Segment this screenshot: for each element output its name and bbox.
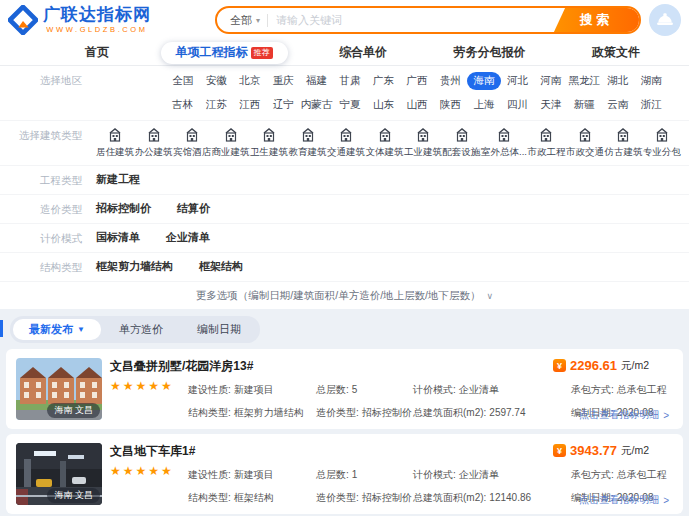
building-type-item[interactable]: 教育建筑 bbox=[289, 127, 327, 159]
building-type-item[interactable]: 居住建筑 bbox=[96, 127, 134, 159]
region-option[interactable]: 广东 bbox=[367, 72, 400, 90]
more-options-toggle[interactable]: 更多选项（编制日期/建筑面积/单方造价/地上层数/地下层数） ∨ bbox=[0, 282, 689, 309]
view-detail-link[interactable]: 点击查看指标明细> bbox=[579, 408, 669, 422]
field-label: 建设性质: bbox=[188, 384, 231, 395]
field-label: 造价类型: bbox=[316, 407, 359, 418]
filter-row-1: 造价类型招标控制价结算价 bbox=[0, 195, 689, 224]
region-option[interactable]: 宁夏 bbox=[333, 96, 366, 114]
search-category-value: 全部 bbox=[230, 13, 252, 28]
filter-label-region: 选择地区 bbox=[12, 72, 82, 88]
building-type-item[interactable]: 专业分包 bbox=[643, 127, 681, 159]
site-url: www.gldzb.com bbox=[43, 25, 151, 34]
building-type-item[interactable]: 商业建筑 bbox=[212, 127, 250, 159]
view-detail-link[interactable]: 点击查看指标明细> bbox=[579, 493, 669, 507]
region-option[interactable]: 北京 bbox=[233, 72, 266, 90]
sort-tab-label: 单方造价 bbox=[119, 322, 163, 337]
region-option[interactable]: 山东 bbox=[367, 96, 400, 114]
region-option[interactable]: 全国 bbox=[166, 72, 199, 90]
filter-row-0: 工程类型新建工程 bbox=[0, 166, 689, 195]
building-type-item[interactable]: 工业建筑 bbox=[404, 127, 442, 159]
user-avatar[interactable] bbox=[649, 4, 681, 36]
nav-tab-1[interactable]: 单项工程指标推荐 bbox=[161, 42, 288, 64]
region-option[interactable]: 云南 bbox=[601, 96, 634, 114]
building-type-item[interactable]: 交通建筑 bbox=[327, 127, 365, 159]
site-logo[interactable]: 广联达指标网 www.gldzb.com bbox=[8, 5, 151, 35]
region-option[interactable]: 陕西 bbox=[434, 96, 467, 114]
sort-accent-bar bbox=[0, 320, 3, 337]
region-option[interactable]: 重庆 bbox=[266, 72, 299, 90]
field-label: 承包方式: bbox=[571, 384, 614, 395]
building-type-label: 室外总体... bbox=[481, 146, 527, 159]
region-option[interactable]: 江西 bbox=[233, 96, 266, 114]
region-option[interactable]: 广西 bbox=[400, 72, 433, 90]
region-option[interactable]: 四川 bbox=[501, 96, 534, 114]
card-body: 文昌叠拼别墅/花园洋房13#★★★★★建设性质:新建项目总层数:5计价模式:企业… bbox=[110, 358, 673, 420]
region-option[interactable]: 福建 bbox=[300, 72, 333, 90]
field-value: 2597.74 bbox=[489, 407, 525, 418]
search-input[interactable] bbox=[268, 14, 553, 26]
building-type-item[interactable]: 卫生建筑 bbox=[250, 127, 288, 159]
region-option[interactable]: 浙江 bbox=[635, 96, 668, 114]
field-item: 承包方式:总承包工程 bbox=[571, 383, 673, 397]
filter-options: 国标清单企业清单 bbox=[96, 230, 210, 245]
nav-tab-0[interactable]: 首页 bbox=[70, 42, 124, 64]
field-item: 总建筑面积(m2):2597.74 bbox=[413, 406, 571, 420]
project-thumbnail[interactable]: 海南 文昌 bbox=[16, 358, 102, 420]
region-option[interactable]: 江苏 bbox=[199, 96, 232, 114]
building-icon bbox=[184, 127, 200, 143]
filter-option[interactable]: 结算价 bbox=[177, 201, 210, 216]
region-option[interactable]: 湖南 bbox=[635, 72, 668, 90]
price-tag-icon: ¥ bbox=[553, 444, 566, 457]
region-option[interactable]: 安徽 bbox=[199, 72, 232, 90]
building-type-item[interactable]: 文体建筑 bbox=[366, 127, 404, 159]
sort-tab-1[interactable]: 单方造价 bbox=[103, 319, 179, 340]
building-icon bbox=[146, 127, 162, 143]
region-option[interactable]: 天津 bbox=[534, 96, 567, 114]
filter-option[interactable]: 招标控制价 bbox=[96, 201, 151, 216]
filter-option[interactable]: 框架剪力墙结构 bbox=[96, 259, 173, 274]
building-type-item[interactable]: 市政工程 bbox=[527, 127, 565, 159]
search-button[interactable]: 搜索 bbox=[553, 6, 639, 34]
region-option[interactable]: 新疆 bbox=[568, 96, 601, 114]
building-type-item[interactable]: 办公建筑 bbox=[135, 127, 173, 159]
region-option[interactable]: 辽宁 bbox=[266, 96, 299, 114]
filter-option[interactable]: 企业清单 bbox=[166, 230, 210, 245]
view-detail-label: 点击查看指标明细 bbox=[579, 408, 659, 422]
region-option[interactable]: 内蒙古 bbox=[300, 96, 333, 114]
field-item: 承包方式:总承包工程 bbox=[571, 468, 673, 482]
sort-tab-0[interactable]: 最新发布▼ bbox=[13, 319, 101, 340]
nav-tab-3[interactable]: 劳务分包报价 bbox=[439, 42, 541, 64]
building-type-item[interactable]: 宾馆酒店 bbox=[173, 127, 211, 159]
region-option[interactable]: 吉林 bbox=[166, 96, 199, 114]
field-value: 招标控制价 bbox=[362, 492, 412, 503]
field-label: 结构类型: bbox=[188, 407, 231, 418]
more-options-label: 更多选项（编制日期/建筑面积/单方造价/地上层数/地下层数） bbox=[196, 289, 481, 303]
building-type-item[interactable]: 仿古建筑 bbox=[604, 127, 642, 159]
building-icon bbox=[454, 127, 470, 143]
filter-option[interactable]: 新建工程 bbox=[96, 172, 140, 187]
region-option-selected[interactable]: 海南 bbox=[467, 72, 500, 90]
sort-tab-2[interactable]: 编制日期 bbox=[181, 319, 257, 340]
building-icon bbox=[538, 127, 554, 143]
building-type-item[interactable]: 室外总体... bbox=[481, 127, 527, 159]
field-value: 新建项目 bbox=[234, 384, 274, 395]
nav-tab-4[interactable]: 政策文件 bbox=[577, 42, 655, 64]
building-type-item[interactable]: 市政交通 bbox=[566, 127, 604, 159]
building-type-item[interactable]: 配套设施 bbox=[443, 127, 481, 159]
search-category-dropdown[interactable]: 全部 ▾ bbox=[217, 13, 267, 28]
field-item: 建设性质:新建项目 bbox=[188, 383, 316, 397]
filter-option[interactable]: 框架结构 bbox=[199, 259, 243, 274]
region-option[interactable]: 河南 bbox=[534, 72, 567, 90]
field-value: 企业清单 bbox=[459, 384, 499, 395]
project-thumbnail[interactable]: 海南 文昌 bbox=[16, 443, 102, 505]
region-option[interactable]: 黑龙江 bbox=[568, 72, 601, 90]
filter-option[interactable]: 国标清单 bbox=[96, 230, 140, 245]
region-option[interactable]: 河北 bbox=[501, 72, 534, 90]
region-option[interactable]: 甘肃 bbox=[333, 72, 366, 90]
view-detail-label: 点击查看指标明细 bbox=[579, 493, 659, 507]
region-option[interactable]: 山西 bbox=[400, 96, 433, 114]
nav-tab-2[interactable]: 综合单价 bbox=[324, 42, 402, 64]
region-option[interactable]: 贵州 bbox=[434, 72, 467, 90]
region-option[interactable]: 上海 bbox=[467, 96, 500, 114]
region-option[interactable]: 湖北 bbox=[601, 72, 634, 90]
